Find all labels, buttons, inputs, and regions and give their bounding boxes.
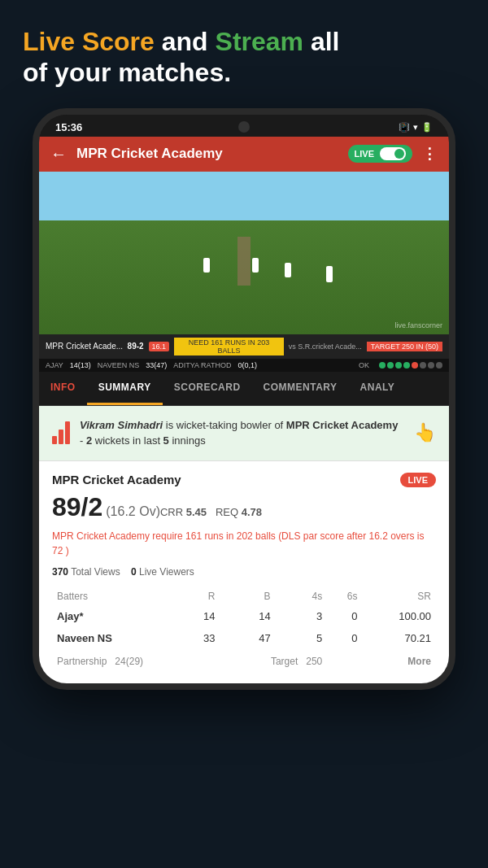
scorecard-table: Batters R B 4s 6s SR Ajay* 14 14 3 0 <box>52 587 436 672</box>
dot-5 <box>412 362 418 369</box>
watermark: live.fanscorner <box>394 321 442 329</box>
highlight-player: Vikram Simhadri <box>80 419 163 431</box>
back-button[interactable]: ← <box>50 145 67 164</box>
batter1-r: 14 <box>178 605 220 627</box>
batter2-name-cell: Naveen NS <box>52 627 178 649</box>
vs-text: vs S.R.cricket Acade... <box>289 342 362 351</box>
score-overlay: MPR Cricket Acade... 89-2 16.1 NEED 161 … <box>39 334 449 359</box>
col-header-4s: 4s <box>276 587 328 605</box>
match-header: MPR Cricket Academy LIVE <box>52 473 436 487</box>
partnership-label: Partnership 24(29) <box>52 649 220 672</box>
dot-3 <box>395 362 402 369</box>
table-row: Naveen NS 33 47 5 0 70.21 <box>52 627 436 649</box>
tab-bar: INFO SUMMARY SCORECARD COMMENTARY ANALY <box>39 372 449 406</box>
match-team-name: MPR Cricket Academy <box>52 473 181 486</box>
camera-notch <box>238 121 250 133</box>
batter2-r: 33 <box>178 627 220 649</box>
main-content: MPR Cricket Academy LIVE 89/2 (16.2 Ov) … <box>39 461 449 683</box>
req-label: REQ <box>216 506 238 518</box>
batter2-b: 47 <box>220 627 275 649</box>
cricket-field: live.fanscorner <box>39 172 449 334</box>
status-icons: 📳 ▾ 🔋 <box>399 122 433 133</box>
overs-box: 16.1 <box>149 342 170 351</box>
dot-1 <box>379 362 386 369</box>
hero-title: Live Score and Stream all of your matche… <box>23 26 465 89</box>
target-box: TARGET 250 IN (50) <box>367 342 442 351</box>
batters-overlay: AJAY 14(13) NAVEEN NS 33(47) ADITYA RATH… <box>39 359 449 372</box>
status-bar: 15:36 📳 ▾ 🔋 <box>39 115 449 137</box>
phone-body: 15:36 📳 ▾ 🔋 ← MPR Cricket Academy LIVE ⋮ <box>33 108 455 690</box>
bowler-name: ADITYA RATHOD <box>173 361 231 369</box>
more-link[interactable]: More <box>327 649 436 672</box>
live-viewers-label: Live Viewers <box>139 566 194 578</box>
umpire <box>326 266 333 282</box>
batter1-score: 14(13) <box>70 361 91 369</box>
live-toggle[interactable] <box>380 147 406 160</box>
batter1-b: 14 <box>220 605 275 627</box>
col-header-r: R <box>178 587 220 605</box>
target-label: Target 250 <box>220 649 327 672</box>
tab-commentary[interactable]: COMMENTARY <box>252 372 349 405</box>
wifi-icon: ▾ <box>413 122 418 133</box>
tab-info[interactable]: INFO <box>39 372 87 405</box>
batter2-6s: 0 <box>327 627 362 649</box>
app-title: MPR Cricket Academy <box>76 146 338 162</box>
live-badge[interactable]: LIVE <box>348 145 412 163</box>
cursor-icon: 👆 <box>414 422 436 443</box>
player-1 <box>203 258 210 273</box>
highlight-banner: Vikram Simhadri is wicket-taking bowler … <box>39 406 449 461</box>
player-2 <box>252 258 259 273</box>
bar-chart-icon <box>52 421 70 444</box>
tab-analysis[interactable]: ANALY <box>349 372 407 405</box>
vibrate-icon: 📳 <box>399 122 410 133</box>
bar-3 <box>65 421 70 444</box>
live-status-pill: LIVE <box>400 473 436 487</box>
highlight-text: Vikram Simhadri is wicket-taking bowler … <box>80 417 404 449</box>
batter2-name: NAVEEN NS <box>98 361 139 369</box>
ball-dots <box>379 362 442 369</box>
bowler-score: 0(0,1) <box>237 361 257 369</box>
live-viewers-count: 0 <box>131 566 137 578</box>
hero-stream: Stream <box>216 27 304 56</box>
batter2-sr: 70.21 <box>362 627 436 649</box>
batter1-name: AJAY <box>46 361 63 369</box>
batter2-4s: 5 <box>276 627 328 649</box>
video-player[interactable]: live.fanscorner <box>39 172 449 334</box>
batter1-6s: 0 <box>327 605 362 627</box>
bar-1 <box>52 436 57 444</box>
ok-label: OK <box>359 361 369 369</box>
dot-2 <box>387 362 394 369</box>
hero-live-score: Live Score <box>23 27 155 56</box>
main-score: 89/2 <box>52 492 102 522</box>
views-row: 370 Total Views 0 Live Viewers <box>52 566 436 578</box>
col-header-6s: 6s <box>327 587 362 605</box>
dls-message: MPR Cricket Academy require 161 runs in … <box>52 529 436 558</box>
team1-score-overlay: MPR Cricket Acade... 89-2 <box>46 342 144 351</box>
tab-scorecard[interactable]: SCORECARD <box>163 372 252 405</box>
hero-subtitle: of your matches. <box>23 58 231 87</box>
bar-2 <box>59 430 63 444</box>
phone-mockup: 15:36 📳 ▾ 🔋 ← MPR Cricket Academy LIVE ⋮ <box>0 108 488 690</box>
battery-icon: 🔋 <box>421 122 433 133</box>
dot-4 <box>403 362 410 369</box>
app-header: ← MPR Cricket Academy LIVE ⋮ <box>39 137 449 172</box>
score-row: 89/2 (16.2 Ov) CRR 5.45 REQ 4.78 <box>52 492 436 522</box>
table-row: Ajay* 14 14 3 0 100.00 <box>52 605 436 627</box>
col-header-batters: Batters <box>52 587 178 605</box>
live-label: LIVE <box>355 149 374 159</box>
dot-8 <box>436 362 442 369</box>
scorecard-footer: Partnership 24(29) Target 250 More <box>52 649 436 672</box>
dot-7 <box>428 362 434 369</box>
highlight-team: MPR Cricket Academy <box>286 419 399 431</box>
player-3 <box>285 263 291 277</box>
req-value: 4.78 <box>242 506 262 518</box>
batter1-4s: 3 <box>276 605 328 627</box>
batter2-score: 33(47) <box>146 361 167 369</box>
need-text: NEED 161 RUNS IN 203 BALLS <box>174 338 284 355</box>
crr-value: 5.45 <box>186 506 207 518</box>
tab-summary[interactable]: SUMMARY <box>87 372 163 405</box>
batter1-sr: 100.00 <box>362 605 436 627</box>
crr-label: CRR <box>160 506 183 518</box>
more-menu-button[interactable]: ⋮ <box>422 145 438 163</box>
main-overs: (16.2 Ov) <box>106 504 160 519</box>
